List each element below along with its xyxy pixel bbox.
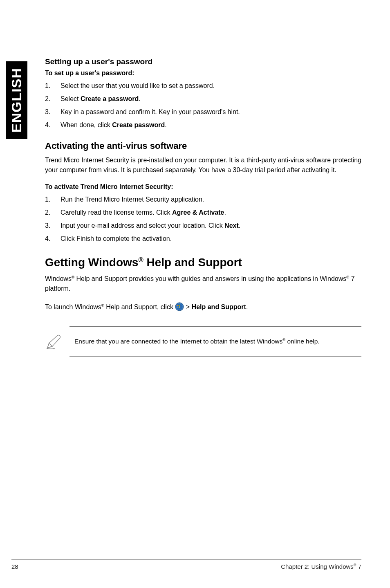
- list-item: Key in a password and confirm it. Key in…: [45, 107, 361, 117]
- chapter-label: Chapter 2: Using Windows® 7: [281, 563, 361, 570]
- step-bold: Create a password: [81, 95, 139, 102]
- note-segment: Ensure that you are connected to the Int…: [74, 338, 282, 345]
- page-content: Setting up a user's password To set up a…: [45, 57, 361, 357]
- steps-setup-password: Select the user that you would like to s…: [45, 81, 361, 130]
- chapter-text: 7: [356, 563, 361, 570]
- list-item: Run the Trend Micro Internet Security ap…: [45, 195, 361, 204]
- step-text: Select: [61, 95, 81, 102]
- chapter-text: Chapter 2: Using Windows: [281, 563, 354, 570]
- list-item: Carefully read the license terms. Click …: [45, 208, 361, 218]
- step-text: Key in a password and confirm it. Key in…: [61, 108, 240, 115]
- list-item: Select Create a password.: [45, 94, 361, 104]
- note-text: Ensure that you are connected to the Int…: [74, 338, 320, 345]
- launch-text: .: [246, 303, 248, 310]
- list-item: Select the user that you would like to s…: [45, 81, 361, 91]
- lead-antivirus: To activate Trend Micro Internet Securit…: [45, 183, 361, 191]
- step-text: When done, click: [61, 121, 112, 128]
- note-box: Ensure that you are connected to the Int…: [69, 326, 361, 357]
- step-text: .: [139, 95, 140, 102]
- step-text: .: [239, 222, 240, 229]
- launch-bold: Help and Support: [192, 303, 246, 310]
- page-number: 28: [11, 563, 18, 570]
- step-text: Click Finish to complete the activation.: [61, 235, 172, 242]
- step-text: Select the user that you would like to s…: [61, 82, 215, 89]
- heading-text: Help and Support: [143, 256, 242, 269]
- heading-antivirus: Activating the anti-virus software: [45, 141, 361, 151]
- heading-text: Getting Windows: [45, 256, 138, 269]
- body-help-support: Windows® Help and Support provides you w…: [45, 274, 361, 294]
- lead-setup-password: To set up a user's password:: [45, 70, 361, 77]
- windows-start-icon: [175, 302, 184, 311]
- heading-help-support: Getting Windows® Help and Support: [45, 256, 361, 269]
- launch-instruction: To launch Windows® Help and Support, cli…: [45, 302, 361, 312]
- list-item: Click Finish to complete the activation.: [45, 234, 361, 244]
- registered-mark: ®: [72, 275, 74, 279]
- body-text: Windows: [45, 275, 72, 282]
- launch-text: >: [186, 303, 192, 310]
- pencil-icon: [45, 332, 63, 350]
- step-bold: Create password: [112, 121, 165, 128]
- step-bold: Next: [224, 222, 239, 229]
- note-segment: online help.: [285, 338, 320, 345]
- steps-antivirus: Run the Trend Micro Internet Security ap…: [45, 195, 361, 244]
- launch-text: Help and Support, click: [104, 303, 175, 310]
- body-antivirus: Trend Micro Internet Security is pre-ins…: [45, 155, 361, 175]
- registered-mark: ®: [101, 303, 104, 307]
- step-text: .: [224, 209, 226, 216]
- step-bold: Agree & Activate: [172, 209, 224, 216]
- step-text: Input your e-mail address and select you…: [61, 222, 224, 229]
- list-item: Input your e-mail address and select you…: [45, 221, 361, 231]
- step-text: Run the Trend Micro Internet Security ap…: [61, 196, 204, 203]
- body-text: Help and Support provides you with guide…: [74, 275, 346, 282]
- heading-setup-password: Setting up a user's password: [45, 57, 361, 66]
- launch-text: To launch Windows: [45, 303, 101, 310]
- language-tab-label: ENGLISH: [6, 68, 27, 132]
- step-text: .: [165, 121, 166, 128]
- language-tab: ENGLISH: [6, 61, 27, 139]
- page-footer: 28 Chapter 2: Using Windows® 7: [11, 559, 361, 570]
- list-item: When done, click Create password.: [45, 120, 361, 130]
- step-text: Carefully read the license terms. Click: [61, 209, 172, 216]
- registered-mark: ®: [138, 256, 143, 264]
